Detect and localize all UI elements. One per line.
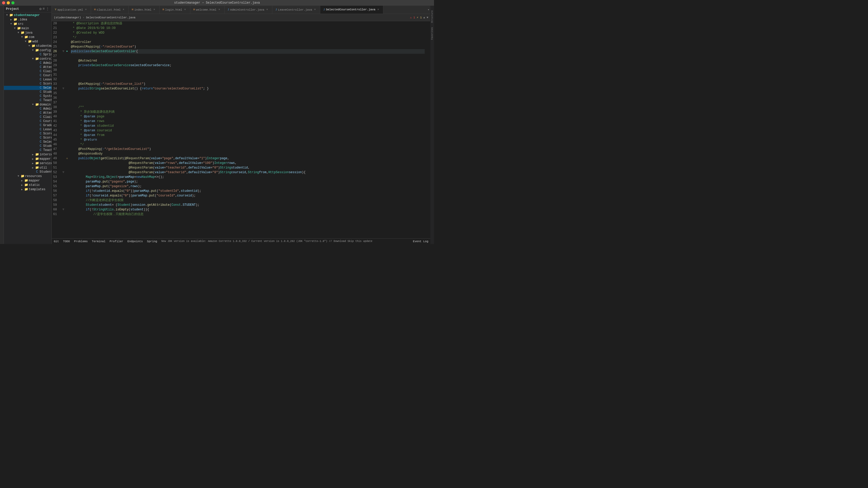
profiler-tab[interactable]: Profiler: [110, 240, 123, 243]
minimize-button[interactable]: [7, 1, 10, 4]
code-line-51: @RequestParam(value = "teacherid", defau…: [71, 165, 425, 170]
breadcrumb-sep1: ›: [83, 16, 85, 19]
tree-util-label: util: [39, 166, 47, 169]
tree-java[interactable]: ▼ 📁 java: [4, 31, 52, 35]
tab-close-leavectrl[interactable]: ×: [313, 8, 317, 11]
tree-templates[interactable]: ▶ 📁 templates: [4, 187, 52, 192]
tree-Teacher[interactable]: C Teacher: [4, 148, 52, 152]
tab-application-yml[interactable]: Y application.yml ×: [52, 6, 91, 14]
tree-ScoreStats[interactable]: C ScoreStats: [4, 136, 52, 140]
tab-AdminController[interactable]: J AdminController.java ×: [224, 6, 272, 14]
tree-selected-label: SelectedCourseController: [43, 86, 52, 90]
tab-close-login[interactable]: ×: [183, 8, 187, 11]
tree-main[interactable]: ▼ 📁 main: [4, 26, 52, 31]
tree-Attendance[interactable]: C Attendance: [4, 111, 52, 115]
tree-Course[interactable]: C Course: [4, 119, 52, 123]
tree-idea[interactable]: ▶ 📁 .idea: [4, 17, 52, 22]
tree-admin-label: AdminController: [43, 61, 52, 65]
tree-Grade[interactable]: C Grade: [4, 123, 52, 127]
tree-arrow-util: ▶: [31, 166, 35, 169]
terminal-tab[interactable]: Terminal: [92, 240, 105, 243]
nav-up-icon[interactable]: ▲: [424, 16, 425, 19]
folder-icon-static: 📁: [24, 183, 28, 187]
tree-Admin[interactable]: C Admin: [4, 107, 52, 111]
tree-main-label: main: [21, 27, 29, 30]
tree-student-d-label: Student: [43, 144, 52, 148]
sidebar-collapse-icon[interactable]: ≡: [43, 7, 45, 11]
code-line-53: Map<String,Object> paramMap = new HashMa…: [71, 175, 425, 180]
annotation-gutter: ●: [65, 21, 69, 238]
tree-resources[interactable]: ▼ 📁 resources: [4, 174, 52, 178]
tab-scroll-button[interactable]: ▾: [427, 6, 430, 14]
code-line-40: * @param page: [71, 114, 425, 119]
title-bar: studentmanager – SelectedCourseControlle…: [0, 0, 434, 6]
update-message: New JDK version is available: Amazon Cor…: [161, 240, 372, 243]
java-icon-student-d: C: [38, 144, 43, 148]
tab-SelectedCourseController[interactable]: J SelectedCourseController.java ×: [320, 6, 383, 14]
tab-login-html[interactable]: H login.html ×: [160, 6, 190, 14]
tab-index-html[interactable]: H index.html ×: [128, 6, 159, 14]
code-editor[interactable]: 20 21 22 23 24 25 26 27 28 29 30 31: [52, 21, 427, 238]
folder-icon-main: 📁: [17, 26, 21, 30]
tree-TeacherController[interactable]: C TeacherController: [4, 98, 52, 102]
tree-CourseController[interactable]: C CourseController: [4, 73, 52, 77]
close-button[interactable]: [2, 1, 5, 4]
tree-AdminController[interactable]: C AdminController: [4, 61, 52, 65]
tree-com[interactable]: ▼ 📁 com: [4, 35, 52, 39]
tree-src[interactable]: ▼ 📁 src: [4, 22, 52, 26]
tree-static[interactable]: ▶ 📁 static: [4, 183, 52, 187]
tab-LeaveController[interactable]: J LeaveController.java ×: [272, 6, 320, 14]
tree-util[interactable]: ▶ 📁 util: [4, 165, 52, 170]
tree-wdd[interactable]: ▼ 📁 wdd: [4, 39, 52, 44]
tree-ScoreController[interactable]: C ScoreController: [4, 82, 52, 86]
tree-Score[interactable]: C Score: [4, 132, 52, 136]
tab-welcome-html[interactable]: H welcome.html ×: [190, 6, 224, 14]
favorites-panel-label[interactable]: Favorites: [431, 25, 433, 42]
tree-root[interactable]: ▼ 📁 studentmanager: [4, 13, 52, 17]
tree-Student[interactable]: C Student: [4, 144, 52, 148]
tab-clazzList-html[interactable]: H clazzList.html ×: [91, 6, 128, 14]
tree-SpringmvcConfig[interactable]: C SpringmvcConfig: [4, 53, 52, 57]
tab-close-clazz[interactable]: ×: [122, 8, 125, 11]
sidebar-settings-icon[interactable]: ⚙: [39, 7, 41, 11]
tree-domain[interactable]: ▼ 📁 domain: [4, 102, 52, 107]
tab-close-selectedctrl[interactable]: ×: [376, 8, 380, 11]
tree-StudentmanagerApp[interactable]: C StudentmanagerApplication: [4, 170, 52, 174]
tree-SystemController[interactable]: C SystemController: [4, 94, 52, 98]
tree-studentmanager-pkg[interactable]: ▼ 📁 studentmanager: [4, 44, 52, 48]
tree-SelectedCourse[interactable]: C SelectedCourse: [4, 140, 52, 144]
tab-close-welcome[interactable]: ×: [218, 8, 221, 11]
tree-ClazzController[interactable]: C ClazzController: [4, 69, 52, 73]
git-tab[interactable]: Git: [54, 240, 59, 243]
tree-Clazz[interactable]: C Clazz: [4, 115, 52, 119]
tree-Leave[interactable]: C Leave: [4, 127, 52, 132]
nav-down-icon[interactable]: ▼: [427, 16, 428, 19]
tree-config[interactable]: ▼ 📁 config: [4, 48, 52, 53]
code-line-56: if(!studentid.equals("0")) paramMap.put(…: [71, 189, 425, 193]
maximize-button[interactable]: [11, 1, 14, 4]
todo-tab[interactable]: TODO: [63, 240, 70, 243]
tab-close-index[interactable]: ×: [153, 8, 156, 11]
structure-panel-label[interactable]: Structure: [431, 8, 433, 25]
java-icon-leave-d: C: [38, 128, 43, 131]
tree-java-label: java: [25, 31, 33, 35]
event-log-tab[interactable]: Event Log: [413, 240, 428, 243]
tab-close-yml[interactable]: ×: [84, 8, 88, 11]
endpoints-tab[interactable]: Endpoints: [127, 240, 143, 243]
sidebar-more-icon[interactable]: ⋮: [46, 7, 50, 11]
tree-interceptors[interactable]: ▶ 📁 interceptors: [4, 152, 52, 157]
tree-LeaveController[interactable]: C LeaveController: [4, 77, 52, 82]
code-content[interactable]: * @Description 选课信息控制器 * @Date 2019/6/30…: [69, 21, 427, 238]
tree-AttendanceController[interactable]: C AttendanceController: [4, 65, 52, 69]
tree-service[interactable]: ▶ 📁 service: [4, 161, 52, 165]
problems-tab[interactable]: Problems: [74, 240, 88, 243]
tab-close-adminctrl[interactable]: ×: [266, 8, 269, 11]
tree-arrow-config: ▼: [31, 49, 35, 52]
tree-SelectedCourseController[interactable]: C SelectedCourseController: [4, 86, 52, 90]
spring-tab[interactable]: Spring: [147, 240, 157, 243]
tree-controller[interactable]: ▼ 📁 controller: [4, 57, 52, 61]
tree-mapper[interactable]: ▶ 📁 mapper: [4, 157, 52, 161]
tree-StudentController[interactable]: C StudentController: [4, 90, 52, 94]
tree-arrow-java: ▼: [16, 31, 21, 34]
tree-mapper-res[interactable]: ▶ 📁 mapper: [4, 178, 52, 183]
